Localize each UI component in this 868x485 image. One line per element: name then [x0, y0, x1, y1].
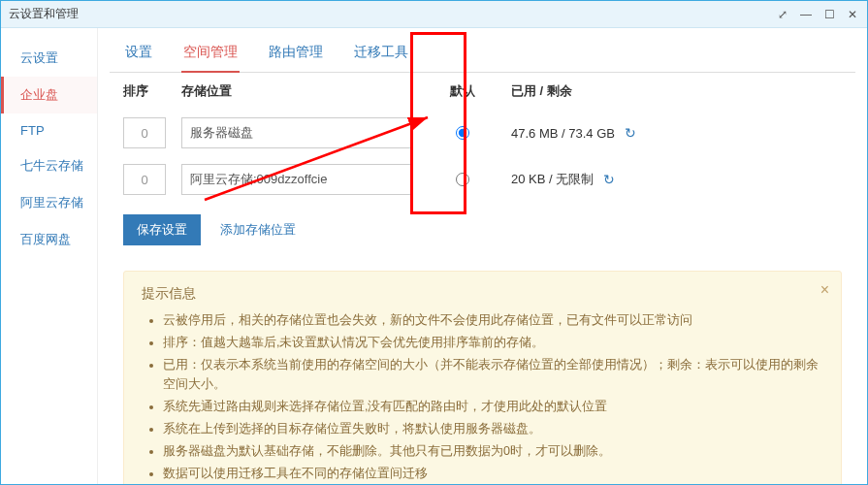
col-header-usage: 已用 / 剩余 — [492, 82, 842, 100]
tip-title: 提示信息 — [142, 285, 823, 303]
tab-settings[interactable]: 设置 — [123, 38, 154, 72]
tip-item: 排序：值越大越靠后,未设置默认情况下会优先使用排序靠前的存储。 — [163, 333, 823, 352]
default-radio[interactable] — [456, 173, 469, 186]
usage-text: 20 KB / 无限制 — [511, 171, 594, 188]
tip-list: 云被停用后，相关的存储位置也会失效，新的文件不会使用此存储位置，已有文件可以正常… — [142, 310, 823, 483]
tip-item: 已用：仅表示本系统当前使用的存储空间的大小（并不能表示存储位置的全部使用情况）；… — [163, 355, 823, 394]
window-controls: ⤢ ― ☐ ✕ — [776, 8, 859, 21]
minimize-icon[interactable]: ― — [799, 8, 813, 21]
sidebar-item-baidu[interactable]: 百度网盘 — [1, 221, 97, 258]
location-input[interactable] — [181, 164, 412, 195]
sort-input[interactable] — [123, 117, 166, 148]
tabs: 设置 空间管理 路由管理 迁移工具 — [110, 28, 855, 73]
actions-row: 保存设置 添加存储位置 — [110, 203, 855, 257]
refresh-icon[interactable]: ↻ — [625, 125, 636, 141]
maximize-icon[interactable]: ☐ — [822, 8, 836, 21]
sidebar-item-qiniu[interactable]: 七牛云存储 — [1, 147, 97, 184]
table-row: 47.6 MB / 73.4 GB ↻ — [110, 110, 855, 156]
tip-item: 服务器磁盘为默认基础存储，不能删除。其他只有已用数据为0时，才可以删除。 — [163, 441, 823, 461]
main-content: 设置 空间管理 路由管理 迁移工具 排序 存储位置 默认 已用 / 剩余 47.… — [98, 28, 867, 484]
add-location-link[interactable]: 添加存储位置 — [220, 221, 296, 239]
col-header-default: 默认 — [434, 82, 492, 100]
location-input[interactable] — [181, 117, 412, 148]
tip-item: 系统在上传到选择的目标存储位置失败时，将默认使用服务器磁盘。 — [163, 419, 823, 438]
tip-box: × 提示信息 云被停用后，相关的存储位置也会失效，新的文件不会使用此存储位置，已… — [123, 271, 842, 484]
titlebar: 云设置和管理 ⤢ ― ☐ ✕ — [1, 1, 867, 28]
expand-icon[interactable]: ⤢ — [776, 8, 789, 21]
default-radio[interactable] — [456, 126, 469, 140]
sidebar-item-enterprise-disk[interactable]: 企业盘 — [1, 77, 97, 113]
window-title: 云设置和管理 — [9, 6, 79, 22]
refresh-icon[interactable]: ↻ — [603, 172, 615, 187]
sidebar: 云设置 企业盘 FTP 七牛云存储 阿里云存储 百度网盘 — [1, 28, 98, 484]
tip-item: 系统先通过路由规则来选择存储位置,没有匹配的路由时，才使用此处的默认位置 — [163, 397, 823, 416]
tip-item: 云被停用后，相关的存储位置也会失效，新的文件不会使用此存储位置，已有文件可以正常… — [163, 310, 823, 330]
save-button[interactable]: 保存设置 — [123, 214, 201, 245]
tab-route[interactable]: 路由管理 — [267, 38, 325, 72]
tab-migrate[interactable]: 迁移工具 — [352, 38, 410, 72]
table-header: 排序 存储位置 默认 已用 / 剩余 — [110, 73, 855, 110]
tab-space[interactable]: 空间管理 — [181, 38, 240, 73]
tip-item: 数据可以使用迁移工具在不同的存储位置间迁移 — [163, 464, 823, 483]
sidebar-item-aliyun[interactable]: 阿里云存储 — [1, 184, 97, 221]
sidebar-item-cloud-settings[interactable]: 云设置 — [1, 40, 97, 77]
tip-close-icon[interactable]: × — [820, 281, 829, 299]
sort-input[interactable] — [123, 164, 166, 195]
close-icon[interactable]: ✕ — [846, 8, 859, 21]
col-header-location: 存储位置 — [181, 82, 434, 100]
col-header-sort: 排序 — [123, 82, 181, 100]
table-row: 20 KB / 无限制 ↻ — [110, 156, 855, 203]
usage-text: 47.6 MB / 73.4 GB — [511, 126, 615, 141]
sidebar-item-ftp[interactable]: FTP — [1, 113, 97, 147]
